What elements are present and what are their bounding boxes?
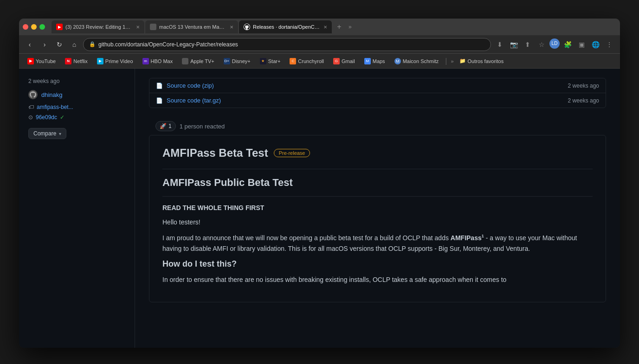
sidebar-toggle-button[interactable]: ▣ <box>575 38 587 51</box>
release-divider <box>162 169 593 169</box>
source-targz-item: 📄 Source code (tar.gz) 2 weeks ago <box>149 93 606 108</box>
bookmark-gmail[interactable]: G Gmail <box>329 57 359 66</box>
url-text: github.com/dortania/OpenCore-Legacy-Patc… <box>98 41 238 48</box>
greeting-text: Hello testers! <box>162 217 593 227</box>
minimize-button[interactable] <box>31 24 37 30</box>
tab-github-close[interactable]: ✕ <box>323 25 327 30</box>
tab-youtube[interactable]: ▶ (3) 2023 Review: Editing 1080... ✕ <box>52 20 144 33</box>
maicon-bookmark-favicon: M <box>394 58 401 64</box>
bookmark-star[interactable]: ★ Star+ <box>256 57 284 66</box>
tab-youtube-close[interactable]: ✕ <box>136 25 140 30</box>
tab-macos-close[interactable]: ✕ <box>230 25 233 30</box>
download-button[interactable]: ⬇ <box>494 38 506 51</box>
hbo-bookmark-favicon: m <box>142 58 149 64</box>
compare-label: Compare <box>33 130 56 137</box>
bookmark-disney[interactable]: D+ Disney+ <box>220 57 254 66</box>
author-avatar[interactable] <box>28 90 38 99</box>
globe-button[interactable]: 🌐 <box>589 38 601 51</box>
bookmarks-bar: ▶ YouTube N Netflix ▶ Prime Video m HBO … <box>19 54 620 69</box>
how-to-test-heading: How do I test this? <box>162 259 593 269</box>
maps-bookmark-label: Maps <box>373 58 385 64</box>
bookmarks-folder-label: Outros favoritos <box>468 58 504 64</box>
body-paragraph: I am proud to announce that we will now … <box>162 233 593 254</box>
menu-button[interactable]: ⋮ <box>603 38 615 51</box>
address-bar[interactable]: 🔒 github.com/dortania/OpenCore-Legacy-Pa… <box>83 38 491 51</box>
rocket-reaction[interactable]: 🚀 1 <box>155 121 176 131</box>
lock-icon: 🔒 <box>89 41 96 47</box>
bookmark-hbo[interactable]: m HBO Max <box>139 57 177 66</box>
screenshot-button[interactable]: 📷 <box>508 38 520 51</box>
bookmarks-more-button[interactable]: » <box>451 58 453 64</box>
release-sidebar: 2 weeks ago dhinakg 🏷 amfipass-bet... ⊙ … <box>19 69 135 348</box>
targz-file-icon: 📄 <box>156 97 163 104</box>
apple-bookmark-label: Apple TV+ <box>190 58 214 64</box>
disney-bookmark-label: Disney+ <box>232 58 251 64</box>
youtube-bookmark-favicon: ▶ <box>27 58 34 64</box>
main-release-content: 📄 Source code (zip) 2 weeks ago 📄 Source… <box>135 69 620 348</box>
nav-bar: ‹ › ↻ ⌂ 🔒 github.com/dortania/OpenCore-L… <box>19 35 620 54</box>
tab-github[interactable]: Releases · dortania/OpenCore... ✕ <box>239 20 332 33</box>
bookmark-maps[interactable]: M Maps <box>361 57 389 66</box>
folder-icon: 📁 <box>459 58 466 64</box>
prime-bookmark-label: Prime Video <box>105 58 133 64</box>
commit-hash[interactable]: 96e09dc <box>36 114 57 121</box>
nav-actions: ⬇ 📷 ⬆ ☆ LD 🧩 ▣ 🌐 ⋮ <box>494 38 615 51</box>
tag-label[interactable]: amfipass-bet... <box>37 104 73 110</box>
pre-release-badge: Pre-release <box>274 149 310 157</box>
rocket-emoji: 🚀 <box>160 123 167 129</box>
source-zip-item: 📄 Source code (zip) 2 weeks ago <box>149 78 606 93</box>
tab-macos-title: macOS 13 Ventura em Macs na... <box>159 24 227 30</box>
extensions-button[interactable]: 🧩 <box>562 38 574 51</box>
maximize-button[interactable] <box>39 24 45 30</box>
netflix-bookmark-label: Netflix <box>73 58 88 64</box>
forward-button[interactable]: › <box>39 38 51 51</box>
traffic-lights <box>23 24 45 30</box>
bookmark-prime[interactable]: ▶ Prime Video <box>93 57 137 66</box>
new-tab-button[interactable]: + <box>333 20 346 33</box>
compare-button[interactable]: Compare ▾ <box>28 128 66 139</box>
tab-youtube-title: (3) 2023 Review: Editing 1080... <box>65 24 133 30</box>
bookmark-maicon[interactable]: M Maicon Schmitz <box>391 57 443 66</box>
source-targz-time: 2 weeks ago <box>568 97 599 104</box>
share-button[interactable]: ⬆ <box>522 38 534 51</box>
back-button[interactable]: ‹ <box>24 38 36 51</box>
page-content: 2 weeks ago dhinakg 🏷 amfipass-bet... ⊙ … <box>19 69 620 348</box>
tabs-overflow-button[interactable]: » <box>349 24 352 30</box>
bookmark-youtube[interactable]: ▶ YouTube <box>24 57 59 66</box>
title-bar: ▶ (3) 2023 Review: Editing 1080... ✕ mac… <box>19 19 620 35</box>
source-zip-time: 2 weeks ago <box>568 83 599 89</box>
bookmarks-folder[interactable]: 📁 Outros favoritos <box>456 57 508 65</box>
sidebar-commit: ⊙ 96e09dc ✓ <box>28 114 125 121</box>
bookmark-button[interactable]: ☆ <box>536 38 548 51</box>
release-divider-2 <box>162 196 593 197</box>
commit-verified-icon: ✓ <box>60 114 65 121</box>
profile-button[interactable]: LD <box>549 38 560 49</box>
release-section: AMFIPass Beta Test Pre-release AMFIPass … <box>149 135 606 302</box>
tag-icon: 🏷 <box>28 104 34 110</box>
reaction-count: 1 <box>168 123 172 129</box>
reload-button[interactable]: ↻ <box>53 38 65 51</box>
prime-bookmark-favicon: ▶ <box>97 58 103 64</box>
tab-macos[interactable]: macOS 13 Ventura em Macs na... ✕ <box>145 20 238 33</box>
source-targz-label: Source code (tar.gz) <box>167 97 221 104</box>
gmail-bookmark-favicon: G <box>333 58 340 64</box>
browser-window: ▶ (3) 2023 Review: Editing 1080... ✕ mac… <box>19 19 620 348</box>
close-button[interactable] <box>23 24 28 30</box>
source-targz-link[interactable]: 📄 Source code (tar.gz) <box>156 97 221 104</box>
tab-github-title: Releases · dortania/OpenCore... <box>253 24 321 30</box>
hbo-bookmark-label: HBO Max <box>151 58 173 64</box>
chevron-down-icon: ▾ <box>59 131 61 136</box>
body-paragraph-2: In order to ensure that there are no iss… <box>162 275 593 285</box>
sidebar-timestamp: 2 weeks ago <box>28 78 125 84</box>
bookmark-crunchyroll[interactable]: C Crunchyroll <box>286 57 328 66</box>
release-title: AMFIPass Beta Test <box>162 147 268 160</box>
bookmark-netflix[interactable]: N Netflix <box>61 57 91 66</box>
author-name[interactable]: dhinakg <box>41 91 63 98</box>
source-zip-link[interactable]: 📄 Source code (zip) <box>156 82 214 89</box>
bookmark-apple[interactable]: Apple TV+ <box>178 57 218 66</box>
release-header: AMFIPass Beta Test Pre-release <box>162 147 593 160</box>
reactions-bar: 🚀 1 1 person reacted <box>149 117 606 135</box>
home-button[interactable]: ⌂ <box>68 38 80 51</box>
commit-icon: ⊙ <box>28 114 33 121</box>
maps-bookmark-favicon: M <box>364 58 371 64</box>
